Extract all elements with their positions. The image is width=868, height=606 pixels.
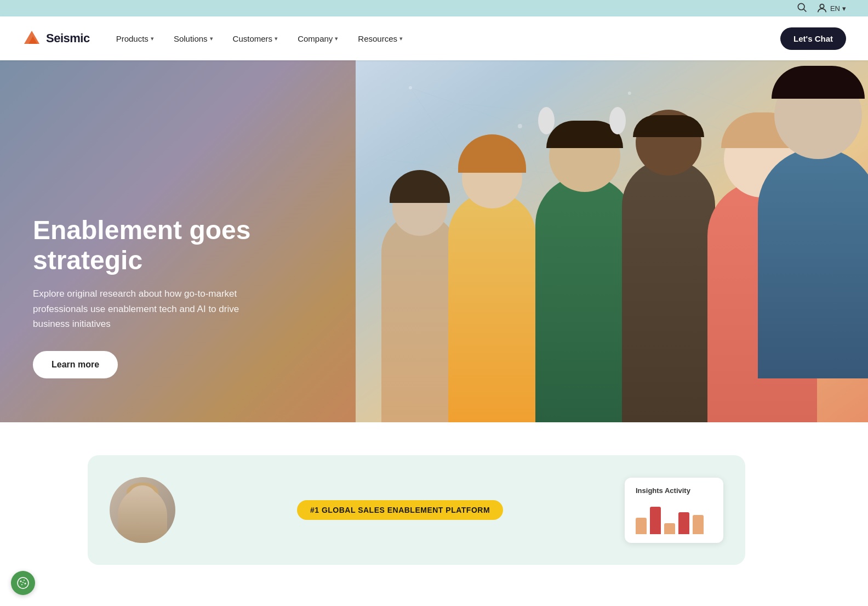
top-bar: EN ▾: [0, 0, 868, 16]
account-chevron: ▾: [842, 4, 846, 13]
solutions-chevron: ▾: [210, 35, 213, 42]
logo-text: Seismic: [46, 31, 90, 46]
cards-section: #1 GLOBAL SALES ENABLEMENT PLATFORM Insi…: [88, 455, 745, 565]
below-hero: #1 GLOBAL SALES ENABLEMENT PLATFORM Insi…: [0, 422, 868, 606]
language-label: EN: [830, 4, 840, 13]
svg-point-2: [820, 4, 824, 8]
hero-image: [356, 60, 868, 422]
search-button[interactable]: [796, 2, 807, 15]
lets-chat-button[interactable]: Let's Chat: [780, 27, 846, 50]
svg-point-0: [798, 3, 804, 10]
search-icon: [796, 2, 807, 13]
person-avatar: [110, 477, 175, 543]
company-chevron: ▾: [335, 35, 338, 42]
chart-bar: [693, 515, 704, 534]
account-icon: [816, 2, 828, 14]
learn-more-button[interactable]: Learn more: [33, 351, 118, 378]
nav-item-customers[interactable]: Customers ▾: [224, 30, 287, 48]
customers-chevron: ▾: [275, 35, 278, 42]
cookie-icon: [16, 576, 30, 590]
hero-subtitle: Explore original research about how go-t…: [33, 286, 263, 331]
nav-item-company[interactable]: Company ▾: [289, 30, 347, 48]
svg-line-1: [804, 9, 807, 12]
nav-item-resources[interactable]: Resources ▾: [349, 30, 412, 48]
chart-bar: [664, 523, 675, 534]
hero-section: Enablement goes strategic Explore origin…: [0, 60, 868, 422]
svg-point-31: [24, 580, 25, 581]
chart-bar: [636, 518, 647, 534]
svg-point-32: [25, 583, 26, 585]
chart-bar: [678, 512, 689, 534]
svg-point-30: [20, 581, 22, 582]
navbar: Seismic Products ▾ Solutions ▾ Customers…: [0, 16, 868, 60]
hero-left: Enablement goes strategic Explore origin…: [0, 60, 356, 422]
cookie-button[interactable]: [11, 571, 35, 595]
insights-card: Insights Activity: [625, 478, 723, 543]
logo[interactable]: Seismic: [22, 29, 90, 48]
products-chevron: ▾: [151, 35, 154, 42]
svg-point-34: [22, 582, 24, 583]
hero-right: [356, 60, 868, 422]
svg-point-33: [21, 584, 22, 585]
nav-item-products[interactable]: Products ▾: [107, 30, 163, 48]
nav-items: Products ▾ Solutions ▾ Customers ▾ Compa…: [107, 30, 780, 48]
chart-bar: [650, 507, 661, 534]
resources-chevron: ▾: [399, 35, 403, 42]
badge-container: #1 GLOBAL SALES ENABLEMENT PLATFORM: [197, 500, 603, 520]
hero-title: Enablement goes strategic: [33, 215, 323, 275]
insights-chart: [636, 501, 712, 534]
account-menu[interactable]: EN ▾: [816, 2, 846, 14]
logo-icon: [22, 29, 42, 48]
global-platform-badge: #1 GLOBAL SALES ENABLEMENT PLATFORM: [297, 500, 503, 520]
insights-title: Insights Activity: [636, 486, 712, 495]
nav-item-solutions[interactable]: Solutions ▾: [165, 30, 222, 48]
avatar-body: [118, 488, 167, 543]
